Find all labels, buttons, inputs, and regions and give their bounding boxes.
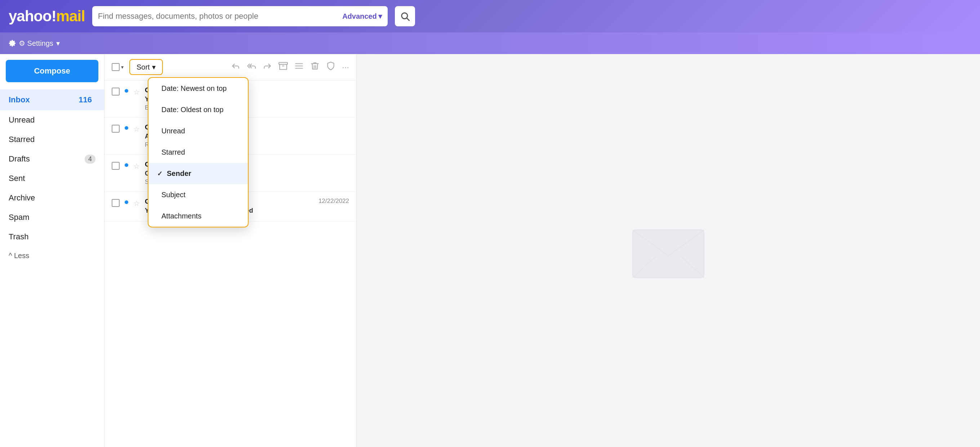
sidebar-item-inbox[interactable]: Inbox 116 [0,89,104,110]
search-input[interactable] [98,11,342,21]
settings-button[interactable]: ⚙ Settings ▾ [9,39,60,48]
select-chevron-icon[interactable]: ▾ [121,64,124,70]
reply-all-icon[interactable] [247,61,256,73]
spam-icon[interactable] [326,61,336,73]
envelope-placeholder [629,217,708,284]
settings-bar: ⚙ Settings ▾ [0,32,980,54]
star-icon[interactable]: ☆ [133,162,140,171]
unread-dot [125,163,128,167]
sidebar-item-drafts-badge: 4 [85,155,95,164]
star-icon[interactable]: ☆ [133,125,140,133]
main-content: Compose Inbox 116 Unread Starred Drafts … [0,54,980,447]
sort-option-unread[interactable]: Unread [148,120,248,142]
email-list: ▾ Sort ▾ [105,54,357,447]
header: yahoo!mail Advanced ▾ [0,0,980,32]
sidebar-item-starred-label: Starred [9,135,35,144]
select-all-area[interactable]: ▾ [112,63,124,71]
sidebar-item-starred[interactable]: Starred [0,130,104,149]
sidebar-item-sent[interactable]: Sent [0,169,104,188]
sidebar-item-drafts[interactable]: Drafts 4 [0,149,104,169]
sort-label: Sort [137,63,150,71]
sidebar: Compose Inbox 116 Unread Starred Drafts … [0,54,105,447]
sidebar-item-archive[interactable]: Archive [0,188,104,208]
delete-icon[interactable] [310,61,320,73]
email-checkbox[interactable] [112,162,119,170]
sort-option-starred[interactable]: Starred [148,142,248,163]
unread-dot [125,89,128,93]
sort-option-date-newest[interactable]: Date: Newest on top [148,78,248,99]
sort-button[interactable]: Sort ▾ [129,59,163,75]
move-icon[interactable] [294,61,304,73]
more-icon[interactable]: ··· [342,62,349,72]
preview-pane [357,54,980,447]
star-icon[interactable]: ☆ [133,88,140,96]
sidebar-item-trash[interactable]: Trash [0,227,104,247]
svg-rect-2 [279,62,288,64]
sort-dropdown: Date: Newest on top Date: Oldest on top … [148,77,248,227]
compose-button[interactable]: Compose [6,60,99,82]
unread-dot [125,200,128,204]
sidebar-item-unread[interactable]: Unread [0,110,104,130]
email-checkbox[interactable] [112,88,119,96]
search-button[interactable] [395,6,415,26]
sidebar-item-unread-label: Unread [9,115,35,125]
sidebar-item-drafts-label: Drafts [9,154,30,164]
logo: yahoo!mail [9,8,85,25]
advanced-search-button[interactable]: Advanced ▾ [342,12,382,21]
sort-option-sender[interactable]: ✓ Sender [148,163,248,184]
sidebar-item-trash-label: Trash [9,232,29,241]
sidebar-item-spam-label: Spam [9,213,29,222]
email-date: 12/22/2022 [318,198,349,205]
sort-option-attachments[interactable]: Attachments [148,206,248,227]
unread-dot [125,126,128,130]
star-icon[interactable]: ☆ [133,199,140,208]
email-checkbox[interactable] [112,199,119,207]
sidebar-item-spam[interactable]: Spam [0,208,104,227]
sidebar-item-inbox-badge: 116 [75,94,95,105]
archive-icon[interactable] [278,61,288,73]
settings-label-text: ⚙ Settings [19,39,53,48]
select-all-checkbox[interactable] [112,63,119,71]
forward-icon[interactable] [262,61,272,73]
sidebar-item-inbox-label: Inbox [9,95,30,105]
svg-line-1 [407,18,409,20]
reply-icon[interactable] [231,61,240,73]
sort-chevron-icon: ▾ [152,63,156,71]
sort-option-subject[interactable]: Subject [148,184,248,206]
search-bar: Advanced ▾ [92,6,388,26]
sidebar-less-button[interactable]: ^ Less [0,247,104,265]
sidebar-item-archive-label: Archive [9,193,35,203]
toolbar-actions: ··· [231,61,349,73]
settings-chevron-icon: ▾ [56,39,60,48]
email-checkbox[interactable] [112,125,119,133]
sort-option-date-oldest[interactable]: Date: Oldest on top [148,99,248,120]
sidebar-item-sent-label: Sent [9,174,25,183]
toolbar: ▾ Sort ▾ [105,54,356,80]
